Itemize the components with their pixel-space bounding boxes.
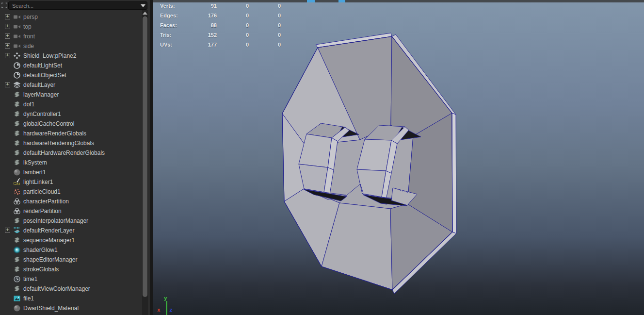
camera-icon: [13, 33, 21, 40]
outliner-item-layermanager[interactable]: layerManager: [0, 90, 142, 99]
expand-toggle-icon[interactable]: +: [5, 43, 10, 49]
item-label: defaultHardwareRenderGlobals: [23, 149, 105, 156]
particle-cloud-icon: [13, 188, 21, 196]
outliner-item-hardwarerenderglobals[interactable]: hardwareRenderGlobals: [0, 129, 142, 138]
item-label: defaultObjectSet: [23, 72, 66, 79]
search-dropdown-icon[interactable]: [141, 4, 145, 7]
axis-x-label: x: [157, 307, 161, 313]
manager-icon: [13, 91, 21, 99]
expand-toggle-icon[interactable]: +: [5, 33, 10, 39]
item-label: renderPartition: [23, 208, 62, 215]
outliner-item-file1[interactable]: file1: [0, 294, 142, 303]
expand-toggle-icon[interactable]: +: [5, 228, 10, 233]
item-label: lightLinker1: [23, 179, 53, 185]
item-label: shaderGlow1: [23, 247, 58, 253]
manager-icon: [13, 256, 21, 264]
item-label: ikSystem: [23, 159, 47, 166]
outliner-item-time1[interactable]: time1: [0, 274, 142, 284]
outliner-item-defaultobjectset[interactable]: defaultObjectSet: [0, 70, 142, 80]
outliner-item-defaultlightset[interactable]: defaultLightSet: [0, 61, 142, 70]
outliner-item-poseinterpolatormanager[interactable]: poseInterpolatorManager: [0, 216, 142, 226]
outliner-item-shield-low-pplane2[interactable]: +Shield_Low:pPlane2: [0, 51, 142, 61]
outliner-item-particlecloud1[interactable]: particleCloud1: [0, 187, 142, 197]
manager-icon: [13, 139, 21, 147]
item-label: top: [23, 23, 32, 30]
outliner-item-defaultviewcolormanager[interactable]: defaultViewColorManager: [0, 284, 142, 294]
render-layer-icon: [13, 227, 21, 234]
item-label: dof1: [23, 101, 34, 108]
item-label: hardwareRenderingGlobals: [23, 140, 94, 147]
item-label: Shield_Low:pPlane2: [23, 52, 76, 59]
expand-toggle-icon[interactable]: +: [5, 82, 10, 87]
filter-icon[interactable]: [1, 2, 8, 9]
manager-icon: [13, 130, 21, 137]
item-label: DwarfShield_Material: [23, 305, 79, 312]
camera-icon: [13, 42, 21, 50]
item-label: defaultLightSet: [23, 62, 62, 69]
shield-model: [153, 0, 644, 315]
manager-icon: [13, 217, 21, 225]
outliner-item-shapeeditormanager[interactable]: shapeEditorManager: [0, 255, 142, 265]
outliner-item-strokeglobals[interactable]: strokeGlobals: [0, 265, 142, 274]
outliner-item-top[interactable]: +top: [0, 22, 142, 32]
partition-icon: [13, 207, 21, 215]
item-label: persp: [23, 14, 38, 20]
light-linker-icon: [13, 178, 21, 186]
outliner-item-defaulthardwarerenderglobals[interactable]: defaultHardwareRenderGlobals: [0, 148, 142, 158]
outliner-item-side[interactable]: +side: [0, 41, 142, 51]
viewport-panel[interactable]: Verts:9100Edges:17600Faces:8800Tris:1520…: [153, 0, 644, 315]
manager-icon: [13, 236, 21, 244]
item-label: dynController1: [23, 111, 61, 117]
axis-y-line: [166, 301, 167, 315]
item-label: defaultLayer: [23, 82, 55, 88]
scroll-up-icon[interactable]: [143, 12, 147, 15]
item-label: side: [23, 43, 34, 50]
outliner-item-dyncontroller1[interactable]: dynController1: [0, 109, 142, 119]
outliner-item-hardwarerenderingglobals[interactable]: hardwareRenderingGlobals: [0, 138, 142, 148]
expand-toggle-icon[interactable]: +: [5, 14, 10, 19]
outliner-search-bar: [0, 0, 150, 11]
item-label: poseInterpolatorManager: [23, 217, 88, 224]
manager-icon: [13, 265, 21, 273]
material-sphere-icon: [13, 304, 21, 312]
outliner-item-iksystem[interactable]: ikSystem: [0, 158, 142, 167]
outliner-item-persp[interactable]: +persp: [0, 12, 142, 22]
manager-icon: [13, 285, 21, 293]
transform-icon: [13, 52, 21, 60]
item-label: defaultRenderLayer: [23, 227, 74, 234]
outliner-item-shaderglow1[interactable]: shaderGlow1: [0, 245, 142, 255]
outliner-item-renderpartition[interactable]: renderPartition: [0, 206, 142, 216]
item-label: layerManager: [23, 91, 59, 98]
manager-icon: [13, 110, 21, 118]
outliner-item-front[interactable]: +front: [0, 32, 142, 41]
set-icon: [13, 62, 21, 69]
item-label: characterPartition: [23, 198, 69, 205]
outliner-item-defaultrenderlayer[interactable]: +defaultRenderLayer: [0, 226, 142, 235]
outliner-item-sequencemanager1[interactable]: sequenceManager1: [0, 235, 142, 245]
item-label: globalCacheControl: [23, 120, 74, 127]
search-input[interactable]: [8, 1, 147, 10]
shader-glow-icon: [13, 246, 21, 254]
item-label: time1: [23, 276, 37, 282]
expand-toggle-icon[interactable]: +: [5, 24, 10, 29]
item-label: front: [23, 33, 35, 40]
item-label: file1: [23, 295, 34, 302]
scrollbar-thumb[interactable]: [143, 17, 147, 297]
item-label: defaultViewColorManager: [23, 285, 90, 292]
outliner-item-lambert1[interactable]: lambert1: [0, 167, 142, 177]
outliner-item-dwarfshield-material[interactable]: DwarfShield_Material: [0, 303, 142, 313]
outliner-item-globalcachecontrol[interactable]: globalCacheControl: [0, 119, 142, 129]
outliner-item-defaultlayer[interactable]: +defaultLayer: [0, 80, 142, 90]
outliner-item-lightlinker1[interactable]: lightLinker1: [0, 177, 142, 187]
manager-icon: [13, 120, 21, 128]
outliner-item-dof1[interactable]: dof1: [0, 99, 142, 109]
material-sphere-icon: [13, 168, 21, 176]
expand-toggle-icon[interactable]: +: [5, 53, 10, 58]
manager-icon: [13, 100, 21, 108]
item-label: shapeEditorManager: [23, 256, 77, 263]
axis-gizmo: y x z: [153, 291, 192, 315]
item-label: lambert1: [23, 169, 46, 176]
outliner-tree: +persp+top+front+side+Shield_Low:pPlane2…: [0, 12, 142, 315]
outliner-scrollbar[interactable]: [142, 10, 148, 315]
outliner-item-characterpartition[interactable]: characterPartition: [0, 197, 142, 206]
